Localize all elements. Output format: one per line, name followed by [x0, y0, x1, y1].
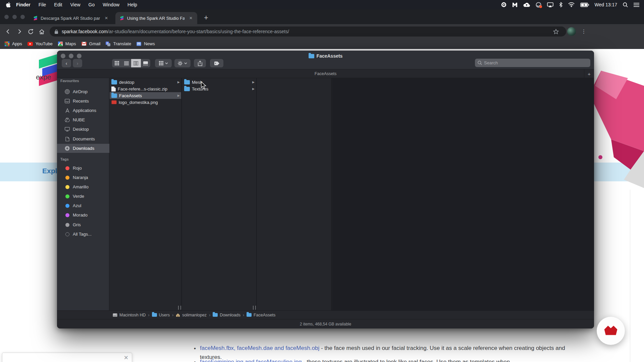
- profile-avatar[interactable]: [567, 27, 576, 36]
- sidebar-tag-naranja[interactable]: Naranja: [57, 173, 109, 182]
- bookmark-maps[interactable]: Maps: [58, 41, 76, 46]
- bookmark-star-icon[interactable]: [553, 28, 559, 35]
- sidebar-item-desktop[interactable]: Desktop: [57, 125, 109, 134]
- new-tab-button[interactable]: +: [204, 14, 208, 21]
- apple-menu-icon[interactable]: [6, 2, 11, 7]
- reload-icon[interactable]: [28, 28, 34, 35]
- zoom-window-button[interactable]: [20, 15, 25, 19]
- finder-search-field[interactable]: [475, 59, 590, 67]
- file-row-textures[interactable]: Textures ▶: [182, 85, 256, 92]
- file-row-logo-png[interactable]: logo_domestika.png: [110, 99, 181, 106]
- sidebar-tag-morado[interactable]: Morado: [57, 210, 109, 220]
- bookmark-translate[interactable]: Translate: [106, 41, 131, 46]
- sidebar-label: Morado: [73, 213, 88, 218]
- column-resize-handle[interactable]: [253, 306, 256, 310]
- sidebar-item-downloads[interactable]: Downloads: [57, 144, 109, 153]
- explore-link-partial[interactable]: Expl: [42, 167, 57, 175]
- chevron-down-icon: [165, 62, 168, 64]
- file-row-faceassets[interactable]: FaceAssets ▶: [110, 92, 181, 99]
- sidebar-tag-amarillo[interactable]: Amarillo: [57, 182, 109, 191]
- path-item-faceassets[interactable]: FaceAssets: [247, 313, 275, 317]
- finder-new-tab-button[interactable]: +: [584, 69, 594, 78]
- notification-center-icon[interactable]: [634, 3, 639, 7]
- bookmark-gmail[interactable]: Gmail: [82, 41, 101, 46]
- back-icon[interactable]: [5, 28, 11, 35]
- wifi-icon[interactable]: [568, 2, 575, 7]
- sidebar-item-airdrop[interactable]: AirDrop: [57, 87, 109, 96]
- finder-titlebar[interactable]: ‹ ›: [57, 51, 594, 69]
- popup-close-icon[interactable]: ✕: [124, 354, 128, 361]
- sidebar-label: NUBE: [73, 117, 85, 122]
- folder-icon: [184, 87, 190, 91]
- close-window-button[interactable]: [4, 15, 9, 19]
- gallery-view-button[interactable]: [141, 59, 151, 67]
- menu-window[interactable]: Window: [99, 2, 123, 7]
- share-button[interactable]: [194, 59, 206, 67]
- recents-icon: [64, 99, 70, 103]
- back-button[interactable]: ‹: [62, 59, 71, 67]
- bluetooth-icon[interactable]: [559, 2, 562, 7]
- menu-edit[interactable]: Edit: [50, 2, 66, 7]
- sidebar-item-documents[interactable]: Documents: [57, 134, 109, 143]
- menu-file[interactable]: File: [35, 2, 50, 7]
- minimize-window-button[interactable]: [12, 15, 17, 19]
- bookmark-youtube[interactable]: YouTube: [28, 41, 53, 46]
- battery-icon[interactable]: [580, 3, 589, 7]
- path-item-macintosh-hd[interactable]: Macintosh HD: [113, 313, 146, 317]
- sidebar-tag-gris[interactable]: Gris: [57, 220, 109, 229]
- sidebar-item-nube[interactable]: NUBE: [57, 115, 109, 124]
- hard-drive-icon: [113, 313, 117, 317]
- tags-button[interactable]: [210, 59, 223, 67]
- tab-close-icon[interactable]: ✕: [188, 15, 194, 21]
- browser-tab-1[interactable]: Descarga Spark AR Studio para ✕: [29, 12, 113, 24]
- record-status-icon[interactable]: [501, 2, 506, 7]
- forward-icon[interactable]: [16, 28, 23, 35]
- forward-button[interactable]: ›: [73, 59, 82, 67]
- cloud-upload-icon[interactable]: [523, 2, 530, 7]
- path-label: Macintosh HD: [119, 313, 146, 317]
- search-input[interactable]: [484, 60, 581, 65]
- domestika-floating-button[interactable]: [597, 317, 625, 345]
- path-item-downloads[interactable]: Downloads: [213, 313, 240, 317]
- path-item-home[interactable]: solimanlopez: [176, 313, 207, 317]
- home-icon[interactable]: [39, 28, 45, 35]
- menu-finder[interactable]: Finder: [12, 2, 35, 7]
- bookmark-news[interactable]: News: [137, 41, 155, 46]
- group-by-button[interactable]: [155, 59, 172, 67]
- path-label: FaceAssets: [254, 313, 275, 317]
- gear-icon: [178, 61, 182, 66]
- tag-icon: [214, 61, 220, 65]
- facetextures-link[interactable]: faceFeminine.jpg and faceMasculine.jpg: [200, 359, 302, 362]
- menu-go[interactable]: Go: [85, 2, 99, 7]
- sidebar-tag-azul[interactable]: Azul: [57, 201, 109, 210]
- sidebar-item-recents[interactable]: Recents: [57, 97, 109, 106]
- menu-help[interactable]: Help: [123, 2, 141, 7]
- facemesh-link[interactable]: faceMesh.fbx, faceMesh.dae and faceMesh.…: [200, 345, 319, 351]
- finder-tab-bar[interactable]: FaceAssets +: [57, 69, 594, 78]
- sidebar-tag-rojo[interactable]: Rojo: [57, 164, 109, 173]
- spotlight-search-icon[interactable]: [623, 2, 628, 7]
- file-row-desktop[interactable]: desktop ▶: [110, 79, 181, 85]
- url-bar[interactable]: sparkar.facebook.com/ar-studio/learn/doc…: [50, 26, 566, 37]
- malwarebytes-icon[interactable]: [512, 2, 518, 7]
- file-row-mesh[interactable]: Mesh ▶: [182, 79, 256, 85]
- column-view-button[interactable]: [131, 59, 141, 67]
- sidebar-tag-verde[interactable]: Verde: [57, 192, 109, 201]
- app-notification-icon[interactable]: [536, 2, 541, 8]
- file-row-zip[interactable]: Face-refere...s-classic.zip: [110, 85, 181, 92]
- sidebar-item-applications[interactable]: Applications: [57, 106, 109, 115]
- menu-view[interactable]: View: [66, 2, 84, 7]
- finder-preview-area: [332, 78, 594, 310]
- sidebar-all-tags[interactable]: All Tags...: [57, 230, 109, 239]
- browser-tab-2-active[interactable]: Using the Spark AR Studio Face ✕: [115, 12, 197, 24]
- tab-close-icon[interactable]: ✕: [103, 15, 109, 21]
- column-resize-handle[interactable]: [178, 306, 181, 310]
- action-menu-button[interactable]: [174, 59, 191, 67]
- airplay-display-icon[interactable]: [547, 2, 553, 7]
- icon-view-button[interactable]: [112, 59, 122, 67]
- list-view-button[interactable]: [122, 59, 131, 67]
- browser-menu-icon[interactable]: ⋮: [581, 28, 586, 35]
- menu-clock[interactable]: Wed 13:17: [595, 2, 617, 7]
- path-item-users[interactable]: Users: [152, 313, 170, 317]
- bookmark-apps[interactable]: Apps: [5, 41, 22, 46]
